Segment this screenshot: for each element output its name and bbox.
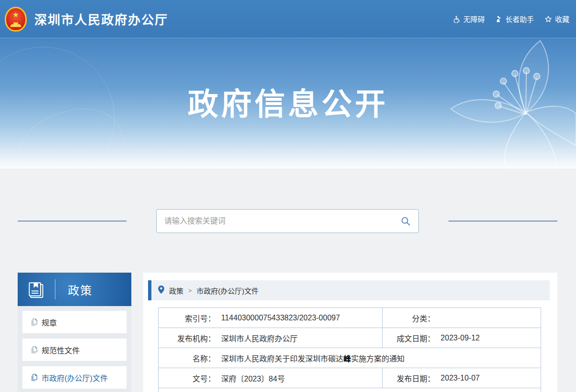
document-icon [31, 346, 38, 353]
sidebar-item-label: 市政府(办公厅)文件 [42, 372, 108, 383]
sidebar-item-regulations[interactable]: 规章 [22, 311, 127, 333]
table-row: 发布机构： 深圳市人民政府办公厅 成文日期： 2023-09-12 [159, 328, 541, 348]
document-name-highlight: 峰 [343, 355, 351, 363]
issuing-agency-label: 发布机构： [159, 332, 215, 344]
search-input[interactable] [164, 217, 400, 225]
document-number-label: 文号： [159, 372, 215, 384]
site-title: 深圳市人民政府办公厅 [34, 10, 168, 28]
breadcrumb-current: 市政府(办公厅)文件 [197, 286, 259, 296]
location-pin-icon [158, 286, 164, 295]
document-number-value: 深府〔2023〕84号 [221, 372, 285, 384]
index-number-value: 114403000075433823/2023-00097 [221, 314, 340, 322]
search-button[interactable] [400, 216, 411, 226]
sidebar-item-label: 规章 [42, 317, 57, 328]
publish-date-label: 发布日期： [383, 372, 435, 384]
decorative-line-left [18, 221, 127, 222]
accessibility-label: 无障碍 [463, 14, 485, 24]
page-banner: 政府信息公开 [0, 38, 576, 169]
breadcrumb-separator: > [188, 287, 192, 294]
main-section: 政策 规章 规范性文件 [18, 273, 557, 392]
elder-assist-label: 长者助手 [505, 14, 534, 24]
search-section [18, 209, 557, 233]
table-row: 名称： 深圳市人民政府关于印发深圳市碳达峰实施方案的通知 [159, 348, 541, 368]
breadcrumb-bar: 政策 > 市政府(办公厅)文件 [151, 280, 550, 300]
document-name-value: 深圳市人民政府关于印发深圳市碳达峰实施方案的通知 [221, 352, 405, 364]
document-name-pre: 深圳市人民政府关于印发深圳市碳达 [221, 355, 343, 363]
document-name-label: 名称： [159, 352, 215, 364]
issuing-agency-value: 深圳市人民政府办公厅 [221, 332, 298, 344]
breadcrumb: 政策 > 市政府(办公厅)文件 [151, 280, 550, 300]
book-icon [26, 279, 45, 300]
policy-sidebar: 政策 规章 规范性文件 [18, 273, 131, 392]
content-area: 政策 规章 规范性文件 [0, 169, 576, 392]
table-row: 文号： 深府〔2023〕84号 发布日期： 2023-10-07 [159, 368, 541, 388]
document-icon [31, 318, 38, 326]
document-metadata-table: 索引号： 114403000075433823/2023-00097 分类： [158, 307, 541, 392]
document-name-post: 实施方案的通知 [351, 355, 405, 363]
national-emblem-logo: ★ [5, 7, 27, 32]
accessibility-icon [453, 15, 460, 23]
sidebar-item-label: 规范性文件 [42, 344, 80, 356]
breadcrumb-root[interactable]: 政策 [169, 286, 183, 296]
utility-links: 无障碍 长者助手 收藏 [453, 14, 569, 24]
favorite-link[interactable]: 收藏 [544, 14, 569, 24]
written-date-value: 2023-09-12 [441, 334, 480, 342]
sidebar-menu: 规章 规范性文件 市政府(办公厅)文 [18, 306, 131, 392]
elder-person-icon [495, 15, 502, 23]
elder-assist-link[interactable]: 长者助手 [495, 14, 534, 24]
decorative-line-right [448, 221, 557, 222]
search-box [156, 209, 419, 233]
document-panel: 政策 > 市政府(办公厅)文件 索引号： 114403000075433823/… [143, 273, 557, 392]
table-row: 索引号： 114403000075433823/2023-00097 分类： [159, 308, 541, 328]
sidebar-title: 政策 [68, 281, 93, 298]
written-date-label: 成文日期： [383, 332, 435, 344]
star-icon [544, 15, 552, 23]
document-icon [31, 374, 38, 381]
sidebar-header: 政策 [18, 273, 131, 306]
accessibility-link[interactable]: 无障碍 [453, 14, 485, 24]
sidebar-header-divider [55, 279, 55, 299]
top-header-bar: ★ 深圳市人民政府办公厅 无障碍 长者 [0, 0, 576, 38]
publish-date-value: 2023-10-07 [441, 374, 480, 382]
favorite-label: 收藏 [555, 14, 569, 24]
sidebar-item-normative-documents[interactable]: 规范性文件 [22, 339, 127, 361]
table-row-partial [159, 388, 541, 392]
sidebar-item-municipal-documents[interactable]: 市政府(办公厅)文件 [22, 366, 127, 389]
breadcrumb-accent-bar [148, 280, 151, 300]
category-label: 分类： [383, 312, 435, 324]
page-title: 政府信息公开 [0, 79, 576, 123]
emblem-star-icon: ★ [12, 11, 19, 18]
index-number-label: 索引号： [159, 312, 215, 324]
